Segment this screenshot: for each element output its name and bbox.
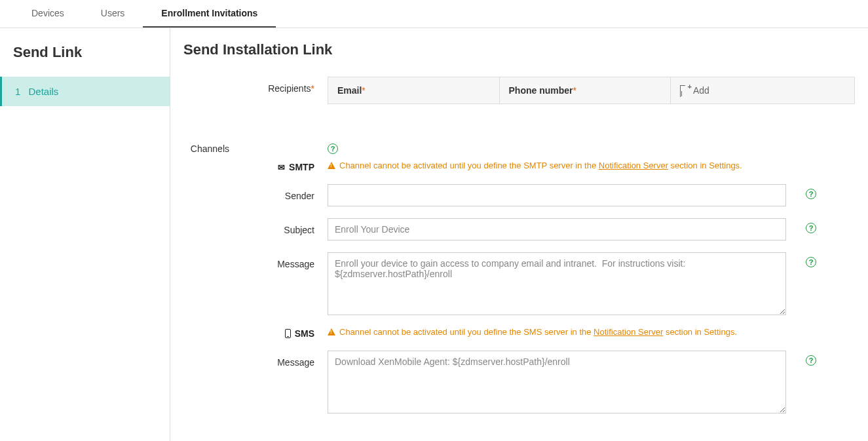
tab-users[interactable]: Users: [83, 0, 143, 28]
subject-label: Subject: [183, 218, 328, 235]
recipients-phone-col: Phone number*: [500, 77, 671, 104]
sender-label: Sender: [183, 184, 328, 201]
smtp-message-label: Message: [183, 252, 328, 269]
help-icon[interactable]: ?: [806, 223, 816, 233]
step-number: 1: [15, 86, 20, 97]
sender-input[interactable]: [328, 184, 786, 206]
sms-channel-label: SMS: [183, 327, 328, 339]
tab-enrollment-invitations[interactable]: Enrollment Invitations: [143, 0, 276, 28]
sidebar: Send Link 1 Details: [0, 28, 170, 441]
warning-icon: [328, 162, 335, 169]
help-icon[interactable]: ?: [806, 189, 816, 199]
main-content: Send Installation Link Recipients* Email…: [170, 28, 868, 441]
channels-label: Channels: [183, 144, 242, 154]
smtp-warning: Channel cannot be activated until you de…: [328, 161, 742, 170]
smtp-message-input[interactable]: [328, 252, 786, 315]
help-icon[interactable]: ?: [806, 257, 816, 267]
tab-devices[interactable]: Devices: [13, 0, 83, 28]
page-title: Send Installation Link: [183, 41, 855, 58]
phone-icon: [285, 329, 291, 338]
add-recipient-button[interactable]: + Add: [671, 77, 854, 104]
recipients-label: Recipients*: [183, 77, 328, 104]
subject-input[interactable]: [328, 218, 786, 240]
step-label: Details: [29, 86, 59, 97]
add-icon: +: [680, 86, 689, 95]
smtp-channel-label: ✉ SMTP: [183, 161, 328, 172]
step-details[interactable]: 1 Details: [0, 77, 170, 106]
notification-server-link[interactable]: Notification Server: [594, 327, 663, 337]
top-tabs: Devices Users Enrollment Invitations: [0, 0, 868, 28]
add-label: Add: [693, 85, 709, 96]
sms-message-label: Message: [183, 351, 328, 368]
recipients-email-col: Email*: [328, 77, 500, 104]
sidebar-title: Send Link: [0, 28, 170, 77]
help-icon[interactable]: ?: [328, 144, 338, 154]
envelope-icon: ✉: [278, 163, 285, 172]
sms-warning: Channel cannot be activated until you de…: [328, 327, 737, 337]
warning-icon: [328, 328, 335, 336]
notification-server-link[interactable]: Notification Server: [599, 161, 668, 170]
recipients-header: Email* Phone number* + Add: [328, 77, 855, 104]
sms-message-input[interactable]: [328, 351, 786, 413]
help-icon[interactable]: ?: [806, 355, 816, 366]
